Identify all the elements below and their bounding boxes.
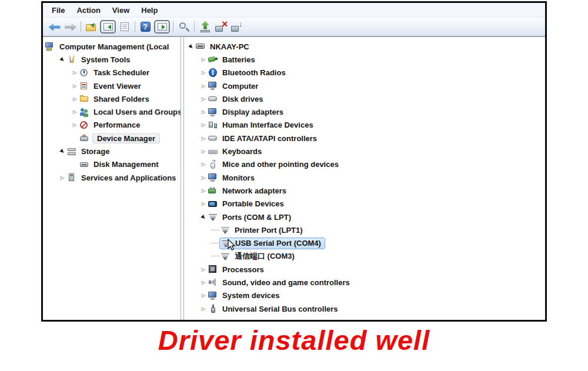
tree-item-disk-drives[interactable]: Disk drives xyxy=(184,92,545,105)
tree-connector xyxy=(211,230,220,230)
expand-arrow-icon[interactable] xyxy=(70,122,79,128)
tree-item-event-viewer[interactable]: Event Viewer xyxy=(43,79,181,92)
scan-hardware-changes-icon xyxy=(230,21,243,34)
expand-arrow-icon[interactable] xyxy=(199,201,208,206)
tree-item-system-devices[interactable]: System devices xyxy=(184,289,545,302)
tree-item-services-and-applications[interactable]: Services and Applications xyxy=(43,171,181,184)
new-window-folder-button[interactable] xyxy=(84,20,99,34)
tree-item-label: Display adapters xyxy=(221,108,285,116)
tree-item-disk-management[interactable]: Disk Management xyxy=(43,158,181,171)
tree-item-universal-serial-bus-controllers[interactable]: Universal Serial Bus controllers xyxy=(184,302,545,315)
tree-item-label: IDE ATA/ATAPI controllers xyxy=(221,134,318,143)
help-button[interactable] xyxy=(138,20,153,34)
portable-icon xyxy=(208,199,218,209)
tree-item-label: System Tools xyxy=(80,55,132,64)
expand-arrow-icon[interactable] xyxy=(199,293,208,298)
uninstall-device-button[interactable] xyxy=(213,20,228,34)
tree-item-mice-and-other-pointing-devices[interactable]: Mice and other pointing devices xyxy=(184,158,545,171)
expand-arrow-icon[interactable] xyxy=(70,70,79,75)
tree-item-label: Computer Management (Local xyxy=(58,42,170,51)
mgmt-icon xyxy=(45,42,55,51)
menu-item-action[interactable]: Action xyxy=(71,5,106,16)
tree-item-sound-video-and-game-controllers[interactable]: Sound, video and game controllers xyxy=(184,276,545,289)
tree-item-local-users-and-groups[interactable]: Local Users and Groups xyxy=(43,105,181,118)
search-computer-button[interactable] xyxy=(176,20,191,34)
expand-arrow-icon[interactable] xyxy=(199,267,208,272)
expand-arrow-icon[interactable] xyxy=(199,188,208,193)
menu-item-view[interactable]: View xyxy=(107,5,136,16)
tree-item-portable-devices[interactable]: Portable Devices xyxy=(184,198,545,210)
tools-icon xyxy=(67,55,77,64)
show-console-tree-button[interactable] xyxy=(100,20,116,34)
back-arrow-button[interactable] xyxy=(47,20,62,34)
menu-item-file[interactable]: File xyxy=(46,5,71,16)
tree-item-nkaay-pc[interactable]: NKAAY-PC xyxy=(184,40,545,53)
collapse-arrow-icon[interactable] xyxy=(186,44,196,49)
expand-arrow-icon[interactable] xyxy=(199,57,208,62)
tree-item-monitors[interactable]: Monitors xyxy=(184,171,545,184)
pc-icon xyxy=(208,173,218,182)
tree-item-performance[interactable]: Performance xyxy=(43,119,181,132)
tree-item-ports-com-lpt[interactable]: Ports (COM & LPT) xyxy=(184,210,545,223)
help-icon xyxy=(139,21,152,34)
expand-arrow-icon[interactable] xyxy=(199,96,208,102)
tree-item-keyboards[interactable]: Keyboards xyxy=(184,145,545,158)
properties-list-icon xyxy=(118,21,131,34)
tree-item-label: Services and Applications xyxy=(80,173,177,182)
battery-icon xyxy=(208,55,218,64)
expand-arrow-icon[interactable] xyxy=(199,306,208,312)
tree-item-label: Network adapters xyxy=(221,186,288,195)
properties-list-button[interactable] xyxy=(117,20,132,34)
tree-item-human-interface-devices[interactable]: Human Interface Devices xyxy=(184,119,545,132)
expand-arrow-icon[interactable] xyxy=(199,162,208,167)
expand-arrow-icon[interactable] xyxy=(70,83,79,89)
expand-arrow-icon[interactable] xyxy=(199,280,208,285)
expand-arrow-icon[interactable] xyxy=(199,136,208,141)
update-driver-button[interactable] xyxy=(198,20,212,34)
scan-hardware-changes-button[interactable] xyxy=(229,20,244,34)
tree-item-computer-management-local[interactable]: Computer Management (Local xyxy=(43,40,181,53)
tree-item-usb-serial-port-com4[interactable]: USB Serial Port (COM4) xyxy=(184,236,545,249)
tree-item-label: Sound, video and game controllers xyxy=(221,278,351,287)
tree-item-printer-port-lpt1[interactable]: Printer Port (LPT1) xyxy=(184,223,545,236)
tree-item-device-manager[interactable]: Device Manager xyxy=(43,132,181,145)
tree-item-display-adapters[interactable]: Display adapters xyxy=(184,105,545,118)
expand-arrow-icon[interactable] xyxy=(199,70,208,75)
expand-arrow-icon[interactable] xyxy=(199,175,208,181)
tree-item-storage[interactable]: Storage xyxy=(43,145,181,158)
expand-arrow-icon[interactable] xyxy=(70,109,79,115)
collapse-arrow-icon[interactable] xyxy=(58,57,67,62)
forward-arrow-button[interactable] xyxy=(63,20,78,34)
show-action-pane-button[interactable] xyxy=(154,20,170,34)
tree-connector xyxy=(211,243,220,243)
expand-arrow-icon[interactable] xyxy=(199,149,208,154)
tree-item-batteries[interactable]: Batteries xyxy=(184,53,545,66)
tree-item-shared-folders[interactable]: Shared Folders xyxy=(43,92,181,105)
tree-item-label: Processors xyxy=(221,265,265,274)
tree-item-label: Shared Folders xyxy=(92,95,151,103)
tree-item-ide-ata-atapi-controllers[interactable]: IDE ATA/ATAPI controllers xyxy=(184,132,545,145)
expand-arrow-icon[interactable] xyxy=(199,122,208,128)
collapse-arrow-icon[interactable] xyxy=(199,215,208,220)
expand-arrow-icon[interactable] xyxy=(58,175,67,181)
port-icon xyxy=(220,252,230,261)
tree-item-task-scheduler[interactable]: Task Scheduler xyxy=(43,66,181,79)
device-tree-pane: NKAAY-PCBatteriesBluetooth RadiosCompute… xyxy=(183,37,545,320)
net-icon xyxy=(208,186,218,195)
tree-item-label: NKAAY-PC xyxy=(209,42,250,51)
expand-arrow-icon[interactable] xyxy=(199,109,208,115)
caption-text: Driver installed well xyxy=(41,324,547,356)
tree-item-com3[interactable]: 通信端口 (COM3) xyxy=(184,250,545,263)
mouse-cursor-icon xyxy=(227,239,236,251)
expand-arrow-icon[interactable] xyxy=(199,83,208,89)
tree-item-processors[interactable]: Processors xyxy=(184,263,545,276)
tree-item-computer[interactable]: Computer xyxy=(184,79,545,92)
uninstall-device-icon xyxy=(215,21,228,34)
tree-item-bluetooth-radios[interactable]: Bluetooth Radios xyxy=(184,66,545,79)
collapse-arrow-icon[interactable] xyxy=(58,149,67,154)
menu-item-help[interactable]: Help xyxy=(136,5,164,16)
tree-item-network-adapters[interactable]: Network adapters xyxy=(184,184,545,197)
tree-item-label: Task Scheduler xyxy=(92,68,151,77)
tree-item-system-tools[interactable]: System Tools xyxy=(43,53,181,66)
expand-arrow-icon[interactable] xyxy=(70,96,79,102)
